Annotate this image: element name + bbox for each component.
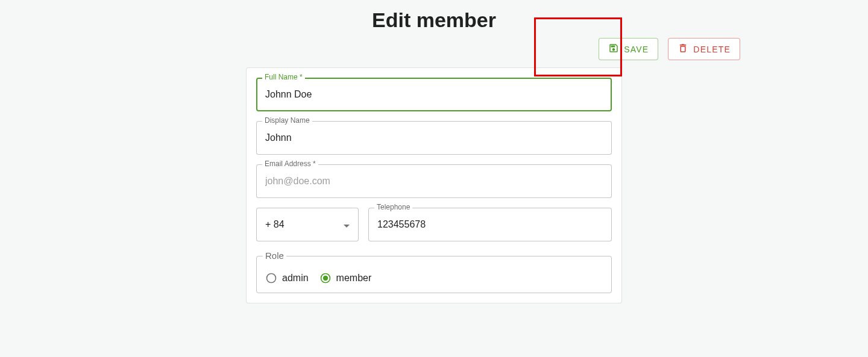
delete-button-label: Delete — [693, 45, 731, 54]
email-field: Email Address * — [256, 164, 612, 198]
role-member-label: member — [336, 273, 372, 284]
full-name-field: Full Name * — [256, 78, 612, 111]
role-radio-admin[interactable]: admin — [265, 272, 309, 284]
email-label: Email Address * — [262, 160, 318, 168]
role-radio-member[interactable]: member — [319, 272, 372, 284]
role-admin-label: admin — [282, 273, 309, 284]
telephone-label: Telephone — [374, 203, 412, 211]
save-button[interactable]: Save — [599, 38, 658, 60]
email-input[interactable] — [256, 164, 612, 198]
display-name-field: Display Name — [256, 121, 612, 155]
role-fieldset: Role admin member — [256, 256, 612, 293]
radio-unchecked-icon — [265, 272, 277, 284]
radio-checked-icon — [319, 272, 332, 284]
svg-point-2 — [322, 276, 327, 281]
save-button-label: Save — [624, 45, 649, 54]
delete-button[interactable]: Delete — [668, 38, 740, 60]
svg-point-0 — [267, 274, 276, 283]
save-icon — [608, 43, 619, 55]
dropdown-arrow-icon — [344, 219, 350, 230]
country-code-value: + 84 — [265, 219, 285, 230]
full-name-input[interactable] — [256, 78, 612, 111]
trash-icon — [678, 43, 688, 55]
country-code-select[interactable]: + 84 — [256, 208, 359, 241]
telephone-field: Telephone — [368, 208, 612, 241]
page-title: Edit member — [0, 0, 868, 38]
role-radio-group: admin member — [265, 272, 603, 284]
full-name-label: Full Name * — [262, 73, 305, 81]
role-legend: Role — [263, 250, 286, 261]
display-name-input[interactable] — [256, 121, 612, 155]
edit-member-form: Full Name * Display Name Email Address *… — [246, 67, 622, 303]
telephone-input[interactable] — [368, 208, 612, 241]
action-button-row: Save Delete — [128, 38, 740, 60]
display-name-label: Display Name — [262, 116, 312, 125]
